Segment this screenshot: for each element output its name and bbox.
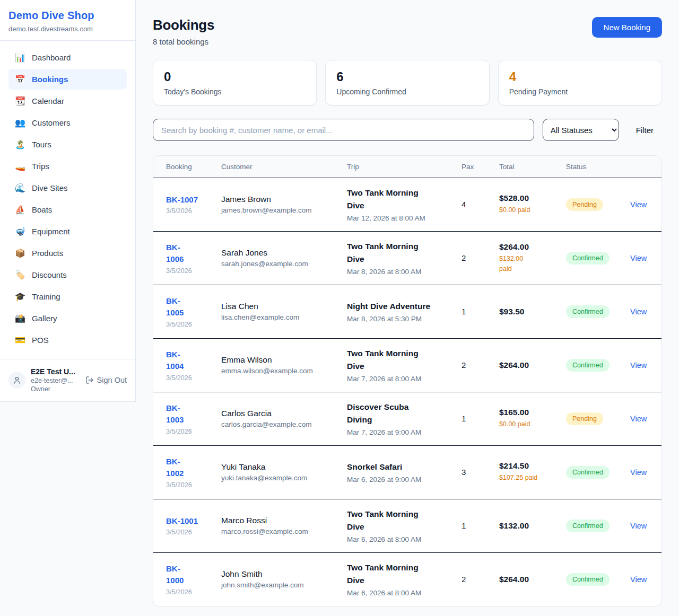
customer-name: Carlos Garcia [221,409,330,418]
sidebar-item-dashboard[interactable]: 📊Dashboard [8,47,127,68]
sidebar-item-dive-sites[interactable]: 🌊Dive Sites [8,178,127,198]
stat-card-1: 0Today's Bookings [153,60,317,105]
booking-date: 3/5/2026 [166,374,204,382]
table-row: BK-10073/5/2026James Brownjames.brown@ex… [153,178,661,231]
user-email: e2e-tester@... [31,376,80,385]
booking-date: 3/5/2026 [166,321,204,328]
customer-name: Lisa Chen [221,302,330,311]
sidebar-item-calendar[interactable]: 📆Calendar [8,91,127,111]
view-cell: View [622,445,661,499]
booking-link[interactable]: BK- 1006 [166,242,184,266]
view-link[interactable]: View [630,254,647,262]
sign-out-button[interactable]: Sign Out [85,376,127,384]
stat-label: Pending Payment [509,87,651,96]
customer-name: Yuki Tanaka [221,462,330,472]
view-link[interactable]: View [630,307,647,316]
avatar [8,372,25,389]
customers-icon: 👥 [15,118,25,128]
view-link[interactable]: View [630,522,647,530]
pax-cell: 2 [453,231,491,285]
stat-value: 6 [336,69,478,84]
sidebar-item-discounts[interactable]: 🏷️Discounts [8,265,127,285]
trip-date: Mar 8, 2026 at 5:30 PM [347,315,445,323]
view-cell: View [622,285,661,338]
customer-email: james.brown@example.com [221,206,330,214]
sidebar-item-label: Training [32,292,60,301]
trip-date: Mar 8, 2026 at 8:00 AM [347,268,445,276]
trip-date: Mar 7, 2026 at 8:00 AM [347,375,445,383]
trip-cell: Two Tank Morning DiveMar 8, 2026 at 8:00… [338,231,453,285]
booking-cell: BK-10073/5/2026 [153,178,213,231]
sidebar-item-bookings[interactable]: 📅Bookings [8,69,127,90]
table-row: BK- 10053/5/2026Lisa Chenlisa.chen@examp… [153,285,661,338]
sidebar-item-boats[interactable]: ⛵Boats [8,199,127,220]
status-badge: Pending [566,198,603,211]
calendar-icon: 📆 [15,96,25,106]
trip-name: Two Tank Morning Dive [347,187,445,212]
sidebar-item-tours[interactable]: 🏝️Tours [8,134,127,155]
bookings-table-card: BookingCustomerTripPaxTotalStatus BK-100… [153,155,662,606]
status-filter-select[interactable]: All Statuses [543,119,619,141]
booking-link[interactable]: BK- 1002 [166,456,184,480]
customer-email: carlos.garcia@example.com [221,420,330,428]
gallery-icon: 📸 [15,313,25,323]
sidebar-item-customers[interactable]: 👥Customers [8,112,127,133]
pos-icon: 💳 [15,335,25,345]
view-link[interactable]: View [630,361,647,369]
table-row: BK-10013/5/2026Marco Rossimarco.rossi@ex… [153,499,661,552]
sidebar-item-pos[interactable]: 💳POS [8,330,127,350]
customer-email: john.smith@example.com [221,581,330,589]
booking-date: 3/5/2026 [166,267,204,275]
search-input[interactable] [153,119,534,141]
new-booking-button[interactable]: New Booking [592,17,662,38]
booking-link[interactable]: BK- 1003 [166,402,184,426]
sidebar-item-label: Products [32,249,63,258]
status-badge: Confirmed [566,520,610,532]
trip-date: Mar 6, 2026 at 9:00 AM [347,476,445,483]
filter-button[interactable]: Filter [628,126,662,135]
booking-link[interactable]: BK-1007 [166,194,198,206]
sidebar-item-equipment[interactable]: 🤿Equipment [8,221,127,242]
customer-email: lisa.chen@example.com [221,313,330,321]
table-row: BK- 10063/5/2026Sarah Jonessarah.jones@e… [153,231,661,285]
stat-value: 0 [164,69,306,84]
trip-date: Mar 7, 2026 at 9:00 AM [347,428,445,436]
status-cell: Confirmed [558,231,622,285]
sidebar-item-trips[interactable]: 🚤Trips [8,156,127,177]
view-link[interactable]: View [630,575,647,584]
booking-date: 3/5/2026 [166,428,204,435]
brand-domain: demo.test.divestreams.com [8,25,127,33]
app: Demo Dive Shop demo.test.divestreams.com… [0,0,679,616]
trip-name: Two Tank Morning Dive [347,347,445,373]
stat-cards: 0Today's Bookings6Upcoming Confirmed4Pen… [153,60,662,105]
pax-cell: 4 [453,178,491,231]
total-cell: $528.00$0.00 paid [491,178,558,231]
sidebar-item-products[interactable]: 📦Products [8,243,127,263]
status-cell: Pending [558,178,622,231]
column-header: Pax [453,156,491,178]
table-header-row: BookingCustomerTripPaxTotalStatus [153,156,661,178]
pax-cell: 3 [453,445,491,499]
sidebar-item-gallery[interactable]: 📸Gallery [8,308,127,329]
stat-card-3: 4Pending Payment [498,60,662,105]
booking-date: 3/5/2026 [166,481,204,489]
booking-link[interactable]: BK- 1004 [166,349,184,373]
total-amount: $165.00 [499,408,549,417]
customer-cell: Emma Wilsonemma.wilson@example.com [213,338,338,392]
main-content: Bookings 8 total bookings New Booking 0T… [136,0,679,616]
status-badge: Pending [566,412,603,425]
sidebar-item-label: Trips [32,162,49,171]
view-link[interactable]: View [630,468,647,477]
booking-link[interactable]: BK- 1000 [166,563,184,587]
pax-cell: 1 [453,285,491,338]
total-amount: $264.00 [499,242,549,252]
view-link[interactable]: View [630,415,647,423]
view-cell: View [622,392,661,445]
total-cell: $93.50 [491,285,558,338]
bookings-table: BookingCustomerTripPaxTotalStatus BK-100… [153,156,661,606]
booking-link[interactable]: BK- 1005 [166,295,184,319]
view-link[interactable]: View [630,200,647,209]
column-header: Status [558,156,622,178]
booking-link[interactable]: BK-1001 [166,515,198,527]
sidebar-item-training[interactable]: 🎓Training [8,286,127,307]
